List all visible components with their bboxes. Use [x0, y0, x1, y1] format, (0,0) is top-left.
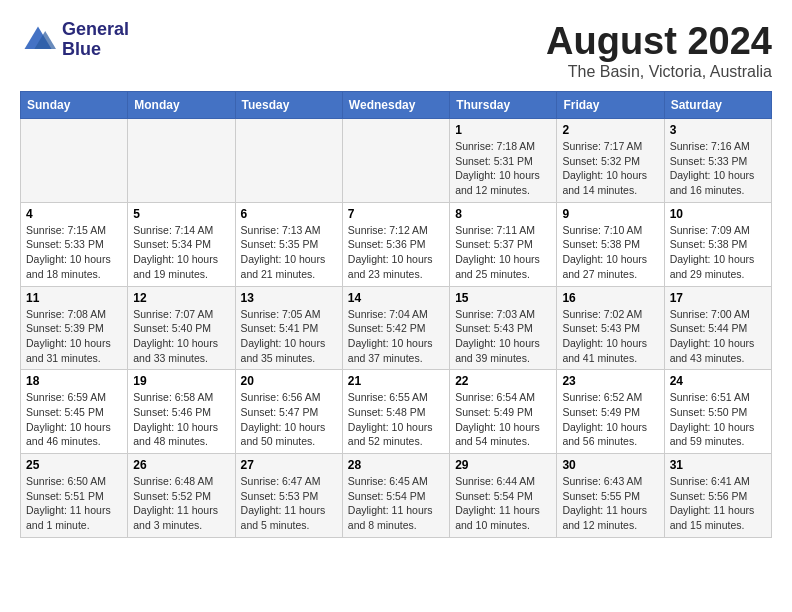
day-info: Sunrise: 6:54 AM Sunset: 5:49 PM Dayligh… — [455, 390, 551, 449]
header-friday: Friday — [557, 92, 664, 119]
day-info: Sunrise: 7:02 AM Sunset: 5:43 PM Dayligh… — [562, 307, 658, 366]
day-info: Sunrise: 7:08 AM Sunset: 5:39 PM Dayligh… — [26, 307, 122, 366]
calendar-cell: 29Sunrise: 6:44 AM Sunset: 5:54 PM Dayli… — [450, 454, 557, 538]
calendar-table: SundayMondayTuesdayWednesdayThursdayFrid… — [20, 91, 772, 538]
day-number: 17 — [670, 291, 766, 305]
calendar-cell: 27Sunrise: 6:47 AM Sunset: 5:53 PM Dayli… — [235, 454, 342, 538]
logo-line1: General — [62, 20, 129, 40]
calendar-cell: 14Sunrise: 7:04 AM Sunset: 5:42 PM Dayli… — [342, 286, 449, 370]
day-number: 13 — [241, 291, 337, 305]
title-block: August 2024 The Basin, Victoria, Austral… — [546, 20, 772, 81]
day-info: Sunrise: 6:44 AM Sunset: 5:54 PM Dayligh… — [455, 474, 551, 533]
calendar-cell: 8Sunrise: 7:11 AM Sunset: 5:37 PM Daylig… — [450, 202, 557, 286]
day-number: 21 — [348, 374, 444, 388]
calendar-cell — [21, 119, 128, 203]
calendar-cell: 22Sunrise: 6:54 AM Sunset: 5:49 PM Dayli… — [450, 370, 557, 454]
day-number: 30 — [562, 458, 658, 472]
day-number: 25 — [26, 458, 122, 472]
day-info: Sunrise: 7:16 AM Sunset: 5:33 PM Dayligh… — [670, 139, 766, 198]
logo-text: General Blue — [62, 20, 129, 60]
week-row-2: 4Sunrise: 7:15 AM Sunset: 5:33 PM Daylig… — [21, 202, 772, 286]
calendar-cell: 13Sunrise: 7:05 AM Sunset: 5:41 PM Dayli… — [235, 286, 342, 370]
day-info: Sunrise: 6:52 AM Sunset: 5:49 PM Dayligh… — [562, 390, 658, 449]
day-number: 31 — [670, 458, 766, 472]
day-number: 7 — [348, 207, 444, 221]
day-info: Sunrise: 6:45 AM Sunset: 5:54 PM Dayligh… — [348, 474, 444, 533]
calendar-cell: 24Sunrise: 6:51 AM Sunset: 5:50 PM Dayli… — [664, 370, 771, 454]
week-row-5: 25Sunrise: 6:50 AM Sunset: 5:51 PM Dayli… — [21, 454, 772, 538]
day-number: 5 — [133, 207, 229, 221]
calendar-cell: 25Sunrise: 6:50 AM Sunset: 5:51 PM Dayli… — [21, 454, 128, 538]
calendar-cell: 18Sunrise: 6:59 AM Sunset: 5:45 PM Dayli… — [21, 370, 128, 454]
day-info: Sunrise: 7:00 AM Sunset: 5:44 PM Dayligh… — [670, 307, 766, 366]
calendar-cell — [342, 119, 449, 203]
day-info: Sunrise: 7:12 AM Sunset: 5:36 PM Dayligh… — [348, 223, 444, 282]
day-number: 27 — [241, 458, 337, 472]
day-number: 23 — [562, 374, 658, 388]
header-sunday: Sunday — [21, 92, 128, 119]
calendar-cell: 5Sunrise: 7:14 AM Sunset: 5:34 PM Daylig… — [128, 202, 235, 286]
calendar-cell: 30Sunrise: 6:43 AM Sunset: 5:55 PM Dayli… — [557, 454, 664, 538]
header-thursday: Thursday — [450, 92, 557, 119]
calendar-cell — [235, 119, 342, 203]
calendar-cell: 1Sunrise: 7:18 AM Sunset: 5:31 PM Daylig… — [450, 119, 557, 203]
day-info: Sunrise: 6:48 AM Sunset: 5:52 PM Dayligh… — [133, 474, 229, 533]
day-number: 2 — [562, 123, 658, 137]
day-number: 12 — [133, 291, 229, 305]
calendar-cell: 4Sunrise: 7:15 AM Sunset: 5:33 PM Daylig… — [21, 202, 128, 286]
day-number: 19 — [133, 374, 229, 388]
day-info: Sunrise: 7:11 AM Sunset: 5:37 PM Dayligh… — [455, 223, 551, 282]
logo: General Blue — [20, 20, 129, 60]
week-row-4: 18Sunrise: 6:59 AM Sunset: 5:45 PM Dayli… — [21, 370, 772, 454]
day-info: Sunrise: 7:07 AM Sunset: 5:40 PM Dayligh… — [133, 307, 229, 366]
day-number: 14 — [348, 291, 444, 305]
day-info: Sunrise: 7:13 AM Sunset: 5:35 PM Dayligh… — [241, 223, 337, 282]
calendar-cell: 23Sunrise: 6:52 AM Sunset: 5:49 PM Dayli… — [557, 370, 664, 454]
day-number: 16 — [562, 291, 658, 305]
day-number: 11 — [26, 291, 122, 305]
day-info: Sunrise: 6:55 AM Sunset: 5:48 PM Dayligh… — [348, 390, 444, 449]
day-number: 28 — [348, 458, 444, 472]
header-wednesday: Wednesday — [342, 92, 449, 119]
day-info: Sunrise: 7:10 AM Sunset: 5:38 PM Dayligh… — [562, 223, 658, 282]
day-info: Sunrise: 6:59 AM Sunset: 5:45 PM Dayligh… — [26, 390, 122, 449]
calendar-cell — [128, 119, 235, 203]
calendar-cell: 20Sunrise: 6:56 AM Sunset: 5:47 PM Dayli… — [235, 370, 342, 454]
day-info: Sunrise: 6:50 AM Sunset: 5:51 PM Dayligh… — [26, 474, 122, 533]
week-row-1: 1Sunrise: 7:18 AM Sunset: 5:31 PM Daylig… — [21, 119, 772, 203]
day-info: Sunrise: 6:58 AM Sunset: 5:46 PM Dayligh… — [133, 390, 229, 449]
calendar-cell: 19Sunrise: 6:58 AM Sunset: 5:46 PM Dayli… — [128, 370, 235, 454]
calendar-cell: 11Sunrise: 7:08 AM Sunset: 5:39 PM Dayli… — [21, 286, 128, 370]
calendar-header-row: SundayMondayTuesdayWednesdayThursdayFrid… — [21, 92, 772, 119]
calendar-cell: 16Sunrise: 7:02 AM Sunset: 5:43 PM Dayli… — [557, 286, 664, 370]
day-number: 10 — [670, 207, 766, 221]
subtitle: The Basin, Victoria, Australia — [546, 63, 772, 81]
calendar-cell: 15Sunrise: 7:03 AM Sunset: 5:43 PM Dayli… — [450, 286, 557, 370]
day-info: Sunrise: 6:43 AM Sunset: 5:55 PM Dayligh… — [562, 474, 658, 533]
day-number: 8 — [455, 207, 551, 221]
day-info: Sunrise: 7:03 AM Sunset: 5:43 PM Dayligh… — [455, 307, 551, 366]
day-number: 26 — [133, 458, 229, 472]
day-info: Sunrise: 7:05 AM Sunset: 5:41 PM Dayligh… — [241, 307, 337, 366]
day-info: Sunrise: 7:17 AM Sunset: 5:32 PM Dayligh… — [562, 139, 658, 198]
calendar-cell: 21Sunrise: 6:55 AM Sunset: 5:48 PM Dayli… — [342, 370, 449, 454]
header-tuesday: Tuesday — [235, 92, 342, 119]
calendar-cell: 31Sunrise: 6:41 AM Sunset: 5:56 PM Dayli… — [664, 454, 771, 538]
calendar-cell: 9Sunrise: 7:10 AM Sunset: 5:38 PM Daylig… — [557, 202, 664, 286]
calendar-cell: 6Sunrise: 7:13 AM Sunset: 5:35 PM Daylig… — [235, 202, 342, 286]
calendar-cell: 7Sunrise: 7:12 AM Sunset: 5:36 PM Daylig… — [342, 202, 449, 286]
calendar-cell: 28Sunrise: 6:45 AM Sunset: 5:54 PM Dayli… — [342, 454, 449, 538]
week-row-3: 11Sunrise: 7:08 AM Sunset: 5:39 PM Dayli… — [21, 286, 772, 370]
day-number: 22 — [455, 374, 551, 388]
header-saturday: Saturday — [664, 92, 771, 119]
day-number: 24 — [670, 374, 766, 388]
page-header: General Blue August 2024 The Basin, Vict… — [20, 20, 772, 81]
calendar-cell: 3Sunrise: 7:16 AM Sunset: 5:33 PM Daylig… — [664, 119, 771, 203]
day-info: Sunrise: 7:09 AM Sunset: 5:38 PM Dayligh… — [670, 223, 766, 282]
day-number: 6 — [241, 207, 337, 221]
calendar-cell: 10Sunrise: 7:09 AM Sunset: 5:38 PM Dayli… — [664, 202, 771, 286]
header-monday: Monday — [128, 92, 235, 119]
day-number: 4 — [26, 207, 122, 221]
day-number: 15 — [455, 291, 551, 305]
logo-line2: Blue — [62, 40, 129, 60]
